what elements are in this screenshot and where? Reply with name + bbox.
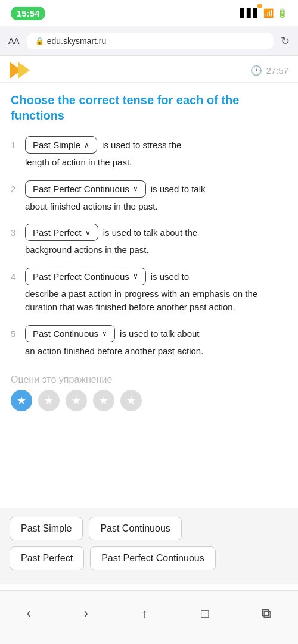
battery-icon: 🔋 [277, 8, 287, 18]
timer-value: 27:57 [266, 65, 288, 76]
question-num-1: 1 [11, 140, 20, 150]
bottom-nav: ‹ › ↑ □ ⧉ [0, 590, 298, 644]
nav-forward-button[interactable]: › [74, 601, 98, 626]
dropdown-2[interactable]: Past Perfect Continuous ∨ [25, 180, 146, 198]
browser-url: edu.skysmart.ru [47, 36, 107, 46]
timer-area: 🕐 27:57 [250, 65, 288, 76]
star-2[interactable]: ★ [38, 390, 60, 411]
browser-url-wrap[interactable]: 🔒 edu.skysmart.ru [27, 33, 274, 49]
status-bar: 15:54 ▋▋▋ 📶 🔋 [0, 0, 298, 26]
question-row-5: 5 Past Continuous ∨ is used to talk abou… [11, 325, 287, 342]
question-row-1: 1 Past Simple ∧ is used to stress the [11, 136, 287, 154]
question-item-3: 3 Past Perfect ∨ is used to talk about t… [11, 224, 287, 257]
signal-icon: ▋▋▋ [240, 8, 260, 18]
rating-stars[interactable]: ★ ★ ★ ★ ★ [11, 390, 287, 411]
question-num-3: 3 [11, 227, 20, 237]
question-text-block-2: about finished actions in the past. [11, 200, 287, 214]
rating-label: Оцени это упражнение [11, 374, 287, 385]
chips-row-2: Past Perfect Past Perfect Continuous [10, 546, 288, 570]
status-time: 15:54 [11, 7, 45, 20]
chip-past-perfect-continuous[interactable]: Past Perfect Continuous [90, 546, 216, 570]
dropdown-3[interactable]: Past Perfect ∨ [25, 224, 98, 241]
browser-aa: AA [8, 36, 20, 46]
question-num-2: 2 [11, 184, 20, 194]
star-4[interactable]: ★ [93, 390, 114, 411]
chip-past-perfect[interactable]: Past Perfect [10, 546, 84, 570]
question-text-inline-1: is used to stress the [102, 140, 287, 150]
browser-bar: AA 🔒 edu.skysmart.ru ↻ [0, 26, 298, 56]
nav-windows-button[interactable]: ⧉ [252, 601, 281, 626]
nav-share-button[interactable]: ↑ [132, 601, 157, 626]
orange-dot [257, 4, 262, 8]
clock-icon: 🕐 [250, 65, 262, 76]
app-bar: 🕐 27:57 [0, 56, 298, 83]
question-item-4: 4 Past Perfect Continuous ∨ is used to d… [11, 268, 287, 314]
rating-section: Оцени это упражнение ★ ★ ★ ★ ★ [11, 368, 287, 411]
wifi-icon: 📶 [263, 8, 274, 18]
question-row-2: 2 Past Perfect Continuous ∨ is used to t… [11, 180, 287, 198]
chip-past-continuous[interactable]: Past Continuous [89, 517, 181, 540]
question-row-3: 3 Past Perfect ∨ is used to talk about t… [11, 224, 287, 241]
question-item-2: 2 Past Perfect Continuous ∨ is used to t… [11, 180, 287, 214]
chip-past-simple[interactable]: Past Simple [10, 517, 83, 540]
page-title: Choose the correct tense for each of the… [11, 92, 287, 123]
question-item-5: 5 Past Continuous ∨ is used to talk abou… [11, 325, 287, 358]
nav-back-button[interactable]: ‹ [17, 601, 41, 626]
status-icons: ▋▋▋ 📶 🔋 [240, 8, 287, 18]
play-icon [10, 62, 31, 79]
chips-row-1: Past Simple Past Continuous [10, 517, 288, 540]
question-num-5: 5 [11, 329, 20, 339]
question-text-block-1: length of action in the past. [11, 156, 287, 170]
nav-book-button[interactable]: □ [191, 601, 218, 626]
star-5[interactable]: ★ [120, 390, 142, 411]
question-text-inline-3: is used to talk about the [103, 227, 287, 237]
question-text-inline-4: is used to [151, 271, 287, 282]
question-item-1: 1 Past Simple ∧ is used to stress the le… [11, 136, 287, 170]
dropdown-4[interactable]: Past Perfect Continuous ∨ [25, 268, 146, 285]
reload-icon[interactable]: ↻ [281, 35, 290, 48]
chips-area: Past Simple Past Continuous Past Perfect… [0, 508, 298, 584]
dropdown-1[interactable]: Past Simple ∧ [25, 136, 97, 154]
star-1[interactable]: ★ [11, 390, 32, 411]
main-content: Choose the correct tense for each of the… [0, 83, 298, 421]
question-row-4: 4 Past Perfect Continuous ∨ is used to [11, 268, 287, 285]
star-3[interactable]: ★ [66, 390, 87, 411]
question-text-inline-5: is used to talk about [120, 329, 287, 339]
question-text-block-3: background actions in the past. [11, 243, 287, 257]
question-text-block-5: an action finished before another past a… [11, 345, 287, 358]
lock-icon: 🔒 [35, 37, 44, 45]
question-text-inline-2: is used to talk [151, 184, 287, 194]
question-num-4: 4 [11, 271, 20, 282]
dropdown-5[interactable]: Past Continuous ∨ [25, 325, 115, 342]
question-text-block-4: describe a past action in progress with … [11, 287, 287, 314]
